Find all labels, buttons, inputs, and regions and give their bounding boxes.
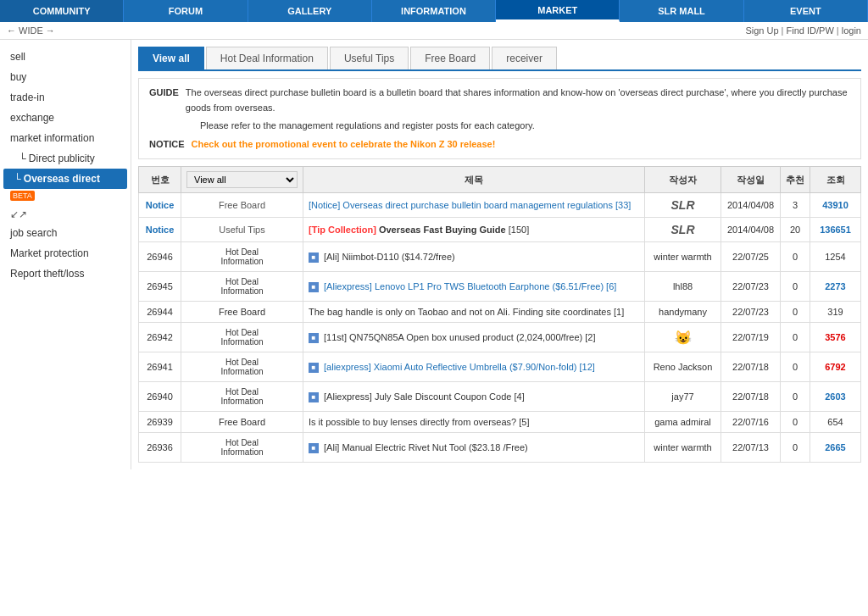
tip-title: Overseas Fast Buying Guide bbox=[379, 225, 509, 235]
row-title: Is it possible to buy lenses directly fr… bbox=[303, 412, 645, 433]
row-num: Notice bbox=[139, 193, 181, 218]
sidebar-item-sell[interactable]: sell bbox=[0, 47, 131, 67]
row-views: 1254 bbox=[810, 242, 861, 272]
sidebar-item-marketprotection[interactable]: Market protection bbox=[0, 243, 131, 264]
views-value: 6792 bbox=[825, 362, 845, 372]
sidebar-item-marketinfo[interactable]: market information bbox=[0, 128, 131, 148]
post-icon: ■ bbox=[309, 363, 319, 373]
sidebar-item-tradein[interactable]: trade-in bbox=[0, 87, 131, 108]
title-link[interactable]: [Ali] Manual Electric Rivet Nut Tool ($2… bbox=[324, 442, 528, 452]
title-link[interactable]: [Tip Collection] Overseas Fast Buying Gu… bbox=[309, 225, 529, 235]
main-content: View all Hot Deal Information Useful Tip… bbox=[131, 40, 868, 469]
row-num: Notice bbox=[139, 218, 181, 242]
row-title: ■ [Aliexpress] July Sale Discount Coupon… bbox=[303, 382, 645, 412]
sidebar-item-buy[interactable]: buy bbox=[0, 67, 131, 87]
title-link[interactable]: [Notice] Overseas direct purchase bullet… bbox=[309, 200, 631, 210]
title-link[interactable]: Is it possible to buy lenses directly fr… bbox=[309, 417, 529, 427]
row-views: 2665 bbox=[810, 433, 861, 463]
cat-label: Free Board bbox=[219, 200, 265, 210]
views-value: 2603 bbox=[825, 391, 845, 402]
nav-gallery[interactable]: GALLERY bbox=[248, 0, 372, 22]
nav-information[interactable]: INFORMATION bbox=[372, 0, 496, 22]
row-views: 136651 bbox=[810, 218, 861, 242]
row-cat: Hot DealInformation bbox=[181, 242, 303, 272]
tip-count: [150] bbox=[509, 225, 529, 235]
sidebar-beta-row: BETA bbox=[0, 189, 131, 206]
tab-receiver[interactable]: receiver bbox=[492, 47, 557, 69]
nav-market[interactable]: MARKET bbox=[496, 0, 620, 22]
post-icon: ■ bbox=[309, 282, 319, 292]
row-title: The bag handle is only on Taobao and not… bbox=[303, 302, 645, 323]
title-link[interactable]: [11st] QN75QN85A Open box unused product… bbox=[324, 332, 595, 342]
table-row: 26944 Free Board The bag handle is only … bbox=[139, 302, 861, 323]
tab-viewall[interactable]: View all bbox=[138, 47, 204, 69]
guide-text1: The overseas direct purchase bulletin bo… bbox=[186, 86, 850, 115]
notice-label: NOTICE bbox=[149, 137, 185, 153]
title-link[interactable]: [Aliexpress] Lenovo LP1 Pro TWS Bluetoot… bbox=[324, 281, 616, 291]
table-row: 26946 Hot DealInformation ■ [Ali] Niimbo… bbox=[139, 242, 861, 272]
row-rec: 0 bbox=[781, 352, 810, 382]
row-views: 43910 bbox=[810, 193, 861, 218]
table-row: 26936 Hot DealInformation ■ [Ali] Manual… bbox=[139, 433, 861, 463]
tip-badge: [Tip Collection] bbox=[309, 225, 376, 235]
title-link[interactable]: [aliexpress] Xiaomi Auto Reflective Umbr… bbox=[324, 362, 595, 372]
post-icon: ■ bbox=[309, 392, 319, 402]
row-title: ■ [Ali] Niimbot-D110 ($14.72/free) bbox=[303, 242, 645, 272]
row-author: SLR bbox=[645, 218, 721, 242]
tab-hotdeal[interactable]: Hot Deal Information bbox=[206, 47, 328, 69]
tab-usefultips[interactable]: Useful Tips bbox=[330, 47, 409, 69]
nav-community[interactable]: COMMUNITY bbox=[0, 0, 124, 22]
sidebar-item-exchange[interactable]: exchange bbox=[0, 108, 131, 128]
sidebar-item-jobsearch[interactable]: job search bbox=[0, 223, 131, 243]
row-views: 2273 bbox=[810, 272, 861, 302]
row-title: ■ [Ali] Manual Electric Rivet Nut Tool (… bbox=[303, 433, 645, 463]
views-value: 2665 bbox=[825, 442, 845, 452]
th-rec: 추천 bbox=[781, 167, 810, 193]
wide-control[interactable]: ← WIDE → bbox=[7, 25, 55, 36]
th-date: 작성일 bbox=[721, 167, 781, 193]
row-date: 22/07/16 bbox=[721, 412, 781, 433]
nav-event[interactable]: EVENT bbox=[744, 0, 868, 22]
sidebar-item-reporttheft[interactable]: Report theft/loss bbox=[0, 264, 131, 284]
title-link[interactable]: [Aliexpress] July Sale Discount Coupon C… bbox=[324, 391, 525, 402]
category-select[interactable]: View all Hot Deal Information Useful Tip… bbox=[186, 171, 298, 188]
find-id-link[interactable]: Find ID/PW bbox=[787, 25, 834, 36]
row-num: 26946 bbox=[139, 242, 181, 272]
views-value: 3576 bbox=[825, 332, 845, 342]
tab-freeboard[interactable]: Free Board bbox=[410, 47, 490, 69]
notice-text: Check out the promotional event to celeb… bbox=[192, 137, 496, 153]
table-body: Notice Free Board [Notice] Overseas dire… bbox=[139, 193, 861, 463]
row-title: ■ [aliexpress] Xiaomi Auto Reflective Um… bbox=[303, 352, 645, 382]
th-cat: View all Hot Deal Information Useful Tip… bbox=[181, 167, 303, 193]
views-value: 2273 bbox=[825, 281, 845, 291]
row-cat: Hot DealInformation bbox=[181, 272, 303, 302]
row-rec: 0 bbox=[781, 412, 810, 433]
title-link[interactable]: [Ali] Niimbot-D110 ($14.72/free) bbox=[324, 252, 455, 262]
sidebar-icon-arrow: ↙↗ bbox=[0, 206, 131, 223]
beta-badge: BETA bbox=[10, 191, 35, 201]
row-rec: 0 bbox=[781, 382, 810, 412]
notice-row: NOTICE Check out the promotional event t… bbox=[149, 137, 850, 153]
row-rec: 0 bbox=[781, 433, 810, 463]
nav-forum[interactable]: FORUM bbox=[124, 0, 248, 22]
sign-up-link[interactable]: Sign Up bbox=[745, 25, 778, 36]
th-num: 번호 bbox=[139, 167, 181, 193]
guide-label: GUIDE bbox=[149, 86, 179, 115]
table-row: 26941 Hot DealInformation ■ [aliexpress]… bbox=[139, 352, 861, 382]
row-cat: Free Board bbox=[181, 193, 303, 218]
title-link[interactable]: The bag handle is only on Taobao and not… bbox=[309, 307, 624, 317]
row-views: 319 bbox=[810, 302, 861, 323]
row-date: 22/07/23 bbox=[721, 272, 781, 302]
table-row: Notice Free Board [Notice] Overseas dire… bbox=[139, 193, 861, 218]
slr-logo: SLR bbox=[671, 198, 695, 212]
row-title: [Notice] Overseas direct purchase bullet… bbox=[303, 193, 645, 218]
sidebar-item-overseasdirect[interactable]: └ Overseas direct bbox=[3, 169, 127, 189]
th-author: 작성자 bbox=[645, 167, 721, 193]
slr-logo: SLR bbox=[671, 223, 695, 236]
nav-slrmall[interactable]: SLR MALL bbox=[620, 0, 743, 22]
row-cat: Hot DealInformation bbox=[181, 382, 303, 412]
sidebar-item-directpublicity[interactable]: └ Direct publicity bbox=[0, 148, 131, 169]
row-num: 26945 bbox=[139, 272, 181, 302]
row-date: 22/07/18 bbox=[721, 352, 781, 382]
login-link[interactable]: login bbox=[842, 25, 861, 36]
